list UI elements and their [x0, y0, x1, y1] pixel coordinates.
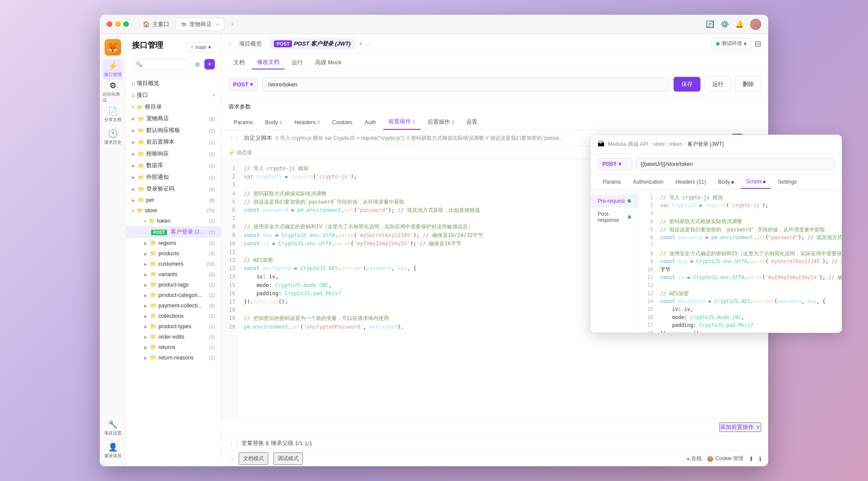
- info-icon[interactable]: ℹ: [759, 455, 761, 462]
- doc-mode-button[interactable]: 文档模式: [239, 452, 268, 465]
- collections-arrow-icon: ▶: [144, 314, 148, 319]
- store-icon: 🛍: [181, 21, 187, 27]
- tree-item-external-notify[interactable]: ▶ 📁 外部通知 (1): [126, 171, 221, 183]
- nav-auto-test[interactable]: ⚙ 自动化测试: [102, 82, 123, 102]
- params-tab-cookies[interactable]: Cookies: [327, 115, 358, 129]
- refresh-icon[interactable]: 🔄: [706, 20, 714, 28]
- params-tab-params[interactable]: Params: [228, 115, 258, 129]
- tree-item-pet-store[interactable]: ▶ 📁 宠物商店 (8): [126, 113, 221, 125]
- method-selector[interactable]: POST ▾: [228, 78, 258, 91]
- layout-toggle-icon[interactable]: ⊟: [755, 39, 761, 49]
- upload-icon[interactable]: ⬆: [749, 455, 754, 462]
- tree-item-database[interactable]: ▶ 📁 数据库 (1): [126, 160, 221, 171]
- tree-item-collections[interactable]: ▶ 📁 collections (2): [126, 311, 221, 321]
- tree-item-overview[interactable]: □ 项目概览: [126, 78, 221, 89]
- popup-post-response[interactable]: Post-response: [591, 208, 638, 227]
- tree-item-payment-collections[interactable]: ▶ 📁 payment-collecti... (6): [126, 300, 221, 311]
- save-button[interactable]: 保存: [674, 77, 700, 92]
- params-tab-post-op[interactable]: 后置操作 1: [422, 115, 460, 129]
- params-tab-headers[interactable]: Headers 2: [289, 115, 325, 129]
- tree-item-products[interactable]: ▶ 📁 products (3): [126, 248, 221, 259]
- external-notify-badge: (1): [209, 175, 215, 180]
- params-tab-body[interactable]: Body 1: [260, 115, 287, 129]
- cookie-management[interactable]: 🍪 Cookie 管理: [707, 455, 743, 462]
- filter-icon[interactable]: ⊜: [193, 59, 202, 69]
- new-tab-btn[interactable]: +: [225, 18, 239, 31]
- popup-code-editor[interactable]: 12345 678910 1112131415 1617181920 // 导入…: [638, 189, 842, 333]
- tree-item-variants[interactable]: ▶ 📁 variants (2): [126, 269, 221, 280]
- tree-item-product-types[interactable]: ▶ 📁 product-types (1): [126, 321, 221, 332]
- branch-selector[interactable]: ⑂ main ▾: [187, 42, 215, 53]
- settings-icon[interactable]: ⚙️: [720, 20, 729, 28]
- popup-tab-settings[interactable]: Settings: [773, 175, 802, 188]
- pre-post-script-arrow-icon: ▶: [132, 140, 135, 145]
- tree-item-customers[interactable]: ▶ 📁 customers (10): [126, 259, 221, 269]
- search-input[interactable]: [144, 61, 187, 67]
- popup-pre-request[interactable]: Pre-request: [591, 194, 638, 208]
- dynamic-value-label[interactable]: ⚡ 动态值: [228, 149, 252, 156]
- nav-history-label: 请求历史: [104, 139, 122, 145]
- run-button[interactable]: 运行: [705, 76, 731, 92]
- add-button[interactable]: +: [204, 59, 215, 69]
- nav-settings-label: 项目设置: [104, 430, 122, 436]
- test-mode-button[interactable]: 调试模式: [273, 452, 303, 465]
- nav-history[interactable]: 🕐 请求历史: [102, 127, 123, 148]
- returns-label: returns: [158, 344, 206, 350]
- nav-share-doc[interactable]: 📄 分享文档: [102, 104, 123, 125]
- popup-tab-authorization[interactable]: Authorization: [628, 175, 668, 188]
- tree-item-return-reasons[interactable]: ▶ 📁 return-reasons (2): [126, 353, 221, 363]
- popup-tab-params[interactable]: Params: [598, 175, 626, 188]
- tree-item-returns[interactable]: ▶ 📁 returns (1): [126, 342, 221, 353]
- tab-close-icon[interactable]: ×: [216, 22, 219, 27]
- tree-item-post-login[interactable]: POST 客户登录 (J... (7): [126, 226, 221, 238]
- tree-item-product-categories[interactable]: ▶ 📁 product-categori... (2): [126, 290, 221, 300]
- drag-handle-icon[interactable]: ⋮⋮: [228, 135, 240, 142]
- tree-item-api[interactable]: □ 接口 ▾: [126, 89, 221, 101]
- tab-doc[interactable]: 文档: [228, 56, 250, 69]
- tree-item-store[interactable]: ▾ 📁 store (70): [126, 205, 221, 216]
- project-overview-btn[interactable]: 项目概览: [235, 37, 266, 50]
- notification-icon[interactable]: 🔔: [735, 20, 744, 28]
- tree-item-login-captcha[interactable]: ▶ 📁 登录验证码 (5): [126, 183, 221, 195]
- popup-line-numbers: 12345 678910 1112131415 1617181920: [643, 194, 653, 333]
- tree-item-root[interactable]: ▾ 📁 根目录: [126, 101, 221, 113]
- user-avatar[interactable]: [750, 19, 761, 30]
- url-input[interactable]: [262, 77, 669, 92]
- bottom-drag-icon: ⊣: [228, 455, 233, 462]
- popup-method-selector[interactable]: POST ▾: [598, 158, 632, 170]
- popup-url-input[interactable]: [636, 158, 835, 170]
- maximize-button[interactable]: [123, 21, 129, 27]
- tab-pet[interactable]: 🛍 宠物商店 ×: [175, 18, 224, 31]
- nav-project-settings[interactable]: 🔧 项目设置: [102, 418, 123, 438]
- default-template-arrow-icon: ▶: [132, 128, 135, 133]
- tab-run[interactable]: 运行: [286, 56, 308, 69]
- delete-button[interactable]: 删除: [735, 76, 761, 92]
- tab-mock[interactable]: 高级 Mock: [310, 56, 347, 69]
- tab-home[interactable]: 🏠 主窗口: [138, 18, 174, 31]
- params-tab-settings[interactable]: 设置: [461, 115, 483, 129]
- add-tab-icon[interactable]: +: [358, 40, 362, 48]
- tree-item-product-tags[interactable]: ▶ 📁 product-tags (1): [126, 280, 221, 290]
- popup-tab-headers[interactable]: Headers (11): [670, 175, 711, 188]
- add-pre-operation-button[interactable]: 添加前置操作 ∨: [719, 422, 761, 432]
- tree-item-default-template[interactable]: ▶ 📁 默认响应模板 (2): [126, 125, 221, 136]
- env-selector[interactable]: 测试环境 ▾: [711, 38, 751, 49]
- nav-api-management[interactable]: ⚡ 接口管理: [102, 59, 123, 80]
- tree-item-validate-response[interactable]: ▶ 📁 校验响应 (2): [126, 148, 221, 160]
- params-tab-pre-op[interactable]: 前置操作 1: [383, 114, 421, 130]
- tree-item-pet[interactable]: ▶ 📁 pet (8): [126, 195, 221, 205]
- tab-edit-doc[interactable]: 修改文档: [252, 56, 285, 69]
- tree-item-order-edits[interactable]: ▶ 📁 order-edits (3): [126, 332, 221, 342]
- nav-invite-members[interactable]: 👤 邀请成员: [102, 440, 123, 461]
- tree-item-regions[interactable]: ▶ 📁 regions (2): [126, 238, 221, 248]
- tree-item-token[interactable]: ▾ 📁 token (1): [126, 216, 221, 226]
- close-button[interactable]: [107, 21, 112, 27]
- popup-tab-scripts[interactable]: Scripts: [741, 175, 771, 189]
- tree-item-pre-post-script[interactable]: ▶ 📁 前后置脚本 (1): [126, 136, 221, 148]
- popup-tab-body[interactable]: Body: [713, 175, 739, 188]
- params-tab-auth[interactable]: Auth: [359, 115, 381, 129]
- var-section-label: 变量替换 & 继承父级 1/1: [241, 439, 303, 447]
- more-tabs-icon[interactable]: ···: [366, 40, 371, 47]
- minimize-button[interactable]: [115, 21, 121, 27]
- sidebar-search-box[interactable]: 🔍: [132, 59, 191, 69]
